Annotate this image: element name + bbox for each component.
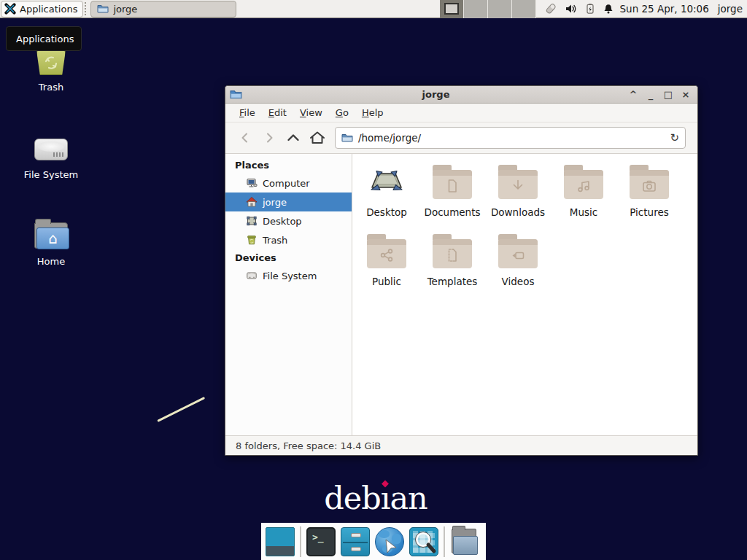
folder-item-music[interactable]: Music xyxy=(551,164,616,233)
desktop-icon-label: File System xyxy=(18,169,84,180)
sidebar-item-computer[interactable]: Computer xyxy=(225,174,352,192)
sidebar-item-label: Desktop xyxy=(263,216,302,227)
desktop-icon-label: Home xyxy=(18,256,84,267)
desktop-icon-home[interactable]: ⌂ Home xyxy=(18,215,84,267)
toolbar: /home/jorge/ ↻ xyxy=(225,122,697,154)
sidebar-item-label: Trash xyxy=(263,235,287,246)
document-glyph-icon xyxy=(444,177,461,195)
forward-icon xyxy=(263,131,276,144)
mouse-tray-icon[interactable] xyxy=(543,2,558,15)
path-folder-icon xyxy=(341,133,353,143)
menu-edit[interactable]: Edit xyxy=(262,105,293,120)
folder-item-downloads[interactable]: Downloads xyxy=(485,164,551,233)
panel-handle[interactable] xyxy=(85,2,89,15)
path-bar[interactable]: /home/jorge/ ↻ xyxy=(335,127,686,149)
workspace-switcher xyxy=(440,0,536,18)
applications-menu-label: Applications xyxy=(20,4,77,15)
desktop-icon-file-system[interactable]: File System xyxy=(18,128,84,180)
maximize-button[interactable]: □ xyxy=(661,88,676,101)
applications-menu-button[interactable]: Applications xyxy=(1,1,83,18)
folder-item-templates[interactable]: Templates xyxy=(419,233,485,303)
folder-icon xyxy=(367,239,406,268)
menu-help[interactable]: Help xyxy=(355,105,390,120)
back-icon xyxy=(239,131,252,144)
menu-go[interactable]: Go xyxy=(329,105,355,120)
status-bar: 8 folders, Free space: 14.4 GiB xyxy=(225,435,697,455)
titlebar[interactable]: jorge ^ _ □ × xyxy=(225,86,697,104)
dock: >_ xyxy=(261,523,486,560)
folder-item-public[interactable]: Public xyxy=(354,233,419,303)
battery-icon[interactable] xyxy=(584,2,596,15)
workspace-2[interactable] xyxy=(464,0,488,18)
folder-label: Public xyxy=(372,276,401,287)
magnifier-icon xyxy=(410,528,439,557)
download-arrow-icon xyxy=(509,177,527,195)
folder-icon xyxy=(433,170,472,199)
minimize-button[interactable]: _ xyxy=(643,88,658,101)
up-button[interactable] xyxy=(281,127,305,149)
folder-dock-icon[interactable] xyxy=(450,527,479,556)
menu-file[interactable]: File xyxy=(233,105,262,120)
web-browser-icon[interactable] xyxy=(375,527,404,556)
folder-label: Templates xyxy=(427,276,478,287)
file-cabinet-icon[interactable] xyxy=(341,527,370,556)
show-desktop-icon[interactable] xyxy=(266,527,295,556)
folder-label: Music xyxy=(570,206,597,218)
home-button[interactable] xyxy=(305,127,329,149)
panel-clock[interactable]: Sun 25 Apr, 10:06 xyxy=(620,3,709,15)
workspace-1[interactable] xyxy=(440,0,464,18)
tooltip-text: Applications xyxy=(16,34,74,44)
back-button[interactable] xyxy=(233,127,257,149)
workspace-4[interactable] xyxy=(512,0,536,18)
up-icon xyxy=(286,131,301,144)
desktop-icon-label: Trash xyxy=(18,82,84,93)
desktop-icon xyxy=(246,215,258,227)
window-folder-icon xyxy=(230,89,246,100)
path-input[interactable]: /home/jorge/ xyxy=(358,132,665,144)
top-panel: Applications jorge xyxy=(0,0,747,18)
sidebar-item-label: File System xyxy=(263,271,317,281)
folder-item-pictures[interactable]: Pictures xyxy=(616,164,682,233)
dock-separator xyxy=(444,526,445,557)
shade-button[interactable]: ^ xyxy=(626,88,640,101)
terminal-icon[interactable]: >_ xyxy=(306,527,336,556)
folder-item-documents[interactable]: Documents xyxy=(419,164,485,233)
music-notes-icon xyxy=(575,177,592,195)
video-camera-icon xyxy=(509,246,527,264)
applications-tooltip: Applications xyxy=(6,26,82,51)
workspace-3[interactable] xyxy=(488,0,512,18)
sidebar-header-places: Places xyxy=(225,157,352,174)
taskbar-window-label: jorge xyxy=(113,4,137,15)
sidebar-item-trash[interactable]: Trash xyxy=(225,230,352,249)
folder-label: Downloads xyxy=(491,206,545,218)
reload-button[interactable]: ↻ xyxy=(670,131,679,144)
folder-label: Desktop xyxy=(366,206,407,218)
workspace-window-preview xyxy=(444,3,459,15)
panel-username[interactable]: jorge xyxy=(718,3,743,15)
close-button[interactable]: × xyxy=(678,88,693,101)
sidebar-item-file-system[interactable]: File System xyxy=(225,266,352,285)
template-document-icon xyxy=(444,246,461,264)
folder-label: Documents xyxy=(425,206,481,218)
sidebar-item-label: jorge xyxy=(263,197,287,208)
trash-icon xyxy=(246,234,258,246)
folder-icon xyxy=(433,239,472,268)
volume-icon[interactable] xyxy=(565,2,578,15)
cursor-arrow-icon xyxy=(376,528,404,556)
home-folder-icon: ⌂ xyxy=(34,222,68,249)
stray-line-artifact xyxy=(157,397,205,422)
notifications-bell-icon[interactable] xyxy=(603,2,614,15)
sidebar-item-desktop[interactable]: Desktop xyxy=(225,211,352,230)
folder-item-desktop[interactable]: Desktop xyxy=(354,164,419,233)
system-tray xyxy=(543,2,614,15)
menubar: File Edit View Go Help xyxy=(225,104,697,122)
forward-button[interactable] xyxy=(257,127,281,149)
app-finder-icon[interactable] xyxy=(409,527,438,556)
sidebar-item-jorge[interactable]: jorge xyxy=(225,192,352,211)
taskbar-window-button[interactable]: jorge xyxy=(90,1,236,18)
folder-item-videos[interactable]: Videos xyxy=(485,233,551,303)
folder-icon xyxy=(498,170,538,199)
file-manager-window: jorge ^ _ □ × File Edit View Go Help xyxy=(225,85,698,456)
folder-label: Videos xyxy=(502,276,535,287)
menu-view[interactable]: View xyxy=(293,105,329,120)
